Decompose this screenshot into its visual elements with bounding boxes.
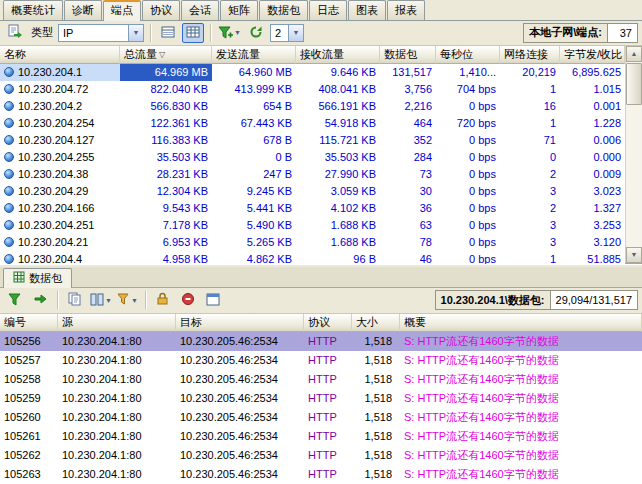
- endpoint-row[interactable]: 10.230.204.1669.543 KB5.441 KB4.102 KB36…: [0, 200, 625, 217]
- endpoint-row[interactable]: 10.230.204.72822.040 KB413.999 KB408.041…: [0, 81, 625, 98]
- tab-packets-panel[interactable]: 数据包: [3, 268, 72, 288]
- endpoint-name-cell[interactable]: 10.230.204.72: [0, 81, 120, 98]
- tab-conversations[interactable]: 会话: [181, 0, 219, 20]
- endpoint-connections-cell: 3: [500, 183, 560, 200]
- endpoint-name-cell[interactable]: 10.230.204.1: [0, 64, 120, 81]
- endpoint-name-cell[interactable]: 10.230.204.4: [0, 251, 120, 264]
- endpoint-ratio-cell: 0.001: [560, 98, 625, 115]
- endpoint-row[interactable]: 10.230.204.44.958 KB4.862 KB96 B460 bps1…: [0, 251, 625, 264]
- packet-row[interactable]: 10525710.230.204.1:8010.230.205.46:2534H…: [0, 351, 642, 370]
- packet-proto-cell: HTTP: [304, 389, 352, 408]
- endpoint-row[interactable]: 10.230.204.2566.830 KB654 B566.191 KB2,2…: [0, 98, 625, 115]
- endpoint-row[interactable]: 10.230.204.164.969 MB64.960 MB9.646 KB13…: [0, 64, 625, 81]
- tab-diagnosis[interactable]: 诊断: [64, 0, 102, 20]
- column-header-total[interactable]: 总流量▽: [120, 46, 212, 64]
- endpoint-name-cell[interactable]: 10.230.204.38: [0, 166, 120, 183]
- decimal-places-combobox[interactable]: 2 ▼: [270, 24, 304, 42]
- endpoint-name-cell[interactable]: 10.230.204.127: [0, 132, 120, 149]
- host-icon: [4, 169, 14, 179]
- chevron-down-icon[interactable]: ▼: [128, 25, 143, 41]
- tab-endpoints[interactable]: 端点: [103, 0, 141, 21]
- endpoint-row[interactable]: 10.230.204.3828.231 KB247 B27.990 KB730 …: [0, 166, 625, 183]
- packet-row[interactable]: 10526310.230.204.1:8010.230.205.46:2534H…: [0, 465, 642, 484]
- endpoint-row[interactable]: 10.230.204.127116.383 KB678 B115.721 KB3…: [0, 132, 625, 149]
- column-header-summary[interactable]: 概要: [400, 314, 642, 332]
- endpoint-row[interactable]: 10.230.204.254122.361 KB67.443 KB54.918 …: [0, 115, 625, 132]
- endpoint-counter: 本地子网\端点: 37: [523, 23, 638, 43]
- endpoint-name-cell[interactable]: 10.230.204.166: [0, 200, 120, 217]
- endpoint-name-cell[interactable]: 10.230.204.2: [0, 98, 120, 115]
- packet-row[interactable]: 10526010.230.204.1:8010.230.205.46:2534H…: [0, 408, 642, 427]
- endpoint-received-cell: 566.191 KB: [296, 98, 380, 115]
- tab-summary[interactable]: 概要统计: [3, 0, 63, 20]
- tab-logs[interactable]: 日志: [309, 0, 347, 20]
- packet-row[interactable]: 10525610.230.204.1:8010.230.205.46:2534H…: [0, 332, 642, 351]
- column-header-number[interactable]: 编号: [0, 314, 58, 332]
- endpoint-name-cell[interactable]: 10.230.204.254: [0, 115, 120, 132]
- packet-size-cell: 1,518: [352, 332, 400, 351]
- endpoint-bps-cell: 0 bps: [436, 234, 500, 251]
- packet-row[interactable]: 10525810.230.204.1:8010.230.205.46:2534H…: [0, 370, 642, 389]
- endpoint-name-cell[interactable]: 10.230.204.255: [0, 149, 120, 166]
- column-header-ratio[interactable]: 字节发/收比: [560, 46, 625, 64]
- tab-reports[interactable]: 报表: [387, 0, 425, 20]
- packet-row[interactable]: 10526210.230.204.1:8010.230.205.46:2534H…: [0, 446, 642, 465]
- export-button[interactable]: [4, 23, 26, 43]
- endpoint-bps-cell: 0 bps: [436, 98, 500, 115]
- packet-columns-button[interactable]: ▼: [89, 290, 113, 310]
- endpoint-row[interactable]: 10.230.204.25535.503 KB0 B35.503 KB2840 …: [0, 149, 625, 166]
- column-header-received[interactable]: 接收流量: [296, 46, 380, 64]
- add-filter-button[interactable]: ▼: [217, 23, 242, 43]
- endpoint-row[interactable]: 10.230.204.216.953 KB5.265 KB1.688 KB780…: [0, 234, 625, 251]
- packet-window-button[interactable]: [202, 290, 224, 310]
- endpoint-sent-cell: 5.441 KB: [212, 200, 296, 217]
- packet-row[interactable]: 10525910.230.204.1:8010.230.205.46:2534H…: [0, 389, 642, 408]
- column-header-protocol[interactable]: 协议: [304, 314, 352, 332]
- type-combobox[interactable]: IP ▼: [58, 24, 144, 42]
- host-icon: [4, 67, 14, 77]
- column-header-connections[interactable]: 网络连接: [500, 46, 560, 64]
- endpoint-name-cell[interactable]: 10.230.204.21: [0, 234, 120, 251]
- endpoint-row[interactable]: 10.230.204.2912.304 KB9.245 KB3.059 KB30…: [0, 183, 625, 200]
- view-table-button[interactable]: [182, 23, 204, 43]
- tab-matrix[interactable]: 矩阵: [220, 0, 258, 20]
- column-header-size[interactable]: 大小: [352, 314, 400, 332]
- endpoint-connections-cell: 1: [500, 115, 560, 132]
- column-header-packets[interactable]: 数据包: [380, 46, 436, 64]
- column-header-bps[interactable]: 每秒位: [436, 46, 500, 64]
- packet-filter-dropdown-button[interactable]: ▼: [116, 290, 139, 310]
- refresh-button[interactable]: [245, 23, 267, 43]
- endpoint-sent-cell: 4.862 KB: [212, 251, 296, 264]
- scroll-down-icon[interactable]: ▼: [626, 247, 642, 263]
- column-header-sent[interactable]: 发送流量: [212, 46, 296, 64]
- endpoint-name-cell[interactable]: 10.230.204.251: [0, 217, 120, 234]
- column-header-name[interactable]: 名称: [0, 46, 120, 64]
- host-icon: [4, 237, 14, 247]
- endpoint-name-cell[interactable]: 10.230.204.29: [0, 183, 120, 200]
- scroll-up-icon[interactable]: ▲: [626, 46, 642, 62]
- packet-row[interactable]: 10526110.230.204.1:8010.230.205.46:2534H…: [0, 427, 642, 446]
- packet-no-cell: 105262: [0, 446, 58, 465]
- scrollbar-thumb[interactable]: [626, 63, 642, 105]
- column-header-destination[interactable]: 目标: [176, 314, 304, 332]
- endpoint-ratio-cell: 0.006: [560, 132, 625, 149]
- packet-lock-button[interactable]: [152, 290, 174, 310]
- packet-copy-button[interactable]: [64, 290, 86, 310]
- tab-protocols[interactable]: 协议: [142, 0, 180, 20]
- packets-table: 编号 源 目标 协议 大小 概要 10525610.230.204.1:8010…: [0, 314, 642, 484]
- endpoints-vertical-scrollbar[interactable]: ▲ ▼: [625, 46, 642, 263]
- packet-stop-button[interactable]: [177, 290, 199, 310]
- endpoint-ratio-cell: 3.023: [560, 183, 625, 200]
- endpoint-bps-cell: 0 bps: [436, 149, 500, 166]
- toolbar-separator: [57, 291, 58, 309]
- tab-packets[interactable]: 数据包: [259, 0, 308, 20]
- packet-export-button[interactable]: [29, 290, 51, 310]
- chevron-down-icon[interactable]: ▼: [288, 25, 303, 41]
- column-header-source[interactable]: 源: [58, 314, 176, 332]
- endpoint-received-cell: 9.646 KB: [296, 64, 380, 81]
- window-icon: [206, 293, 220, 308]
- tab-charts[interactable]: 图表: [348, 0, 386, 20]
- view-list-button[interactable]: [157, 23, 179, 43]
- packet-filter-button[interactable]: [4, 290, 26, 310]
- endpoint-row[interactable]: 10.230.204.2517.178 KB5.490 KB1.688 KB63…: [0, 217, 625, 234]
